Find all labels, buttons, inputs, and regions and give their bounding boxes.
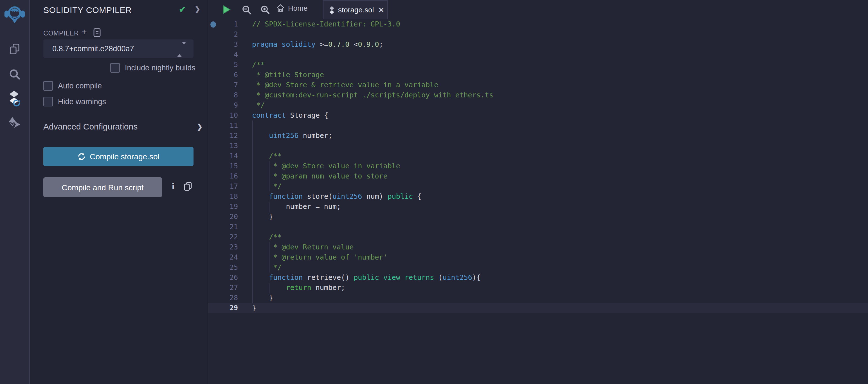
line-number[interactable]: 20	[217, 212, 238, 222]
solidity-compiler-icon[interactable]	[0, 90, 29, 108]
glyph-margin[interactable]	[208, 181, 217, 191]
line-number[interactable]: 2	[217, 29, 238, 39]
editor-area[interactable]: Home storage.sol ✕ 1// SPDX-Lic	[208, 0, 868, 384]
code-line[interactable]: 8 * @custom:dev-run-script ./scripts/dep…	[208, 90, 868, 100]
glyph-margin[interactable]	[208, 252, 217, 262]
glyph-margin[interactable]	[208, 161, 217, 171]
code-line[interactable]: 4	[208, 50, 868, 60]
code-line[interactable]: 6 * @title Storage	[208, 70, 868, 80]
code-line[interactable]: 11	[208, 120, 868, 130]
code-line[interactable]: 23 * @dev Return value	[208, 242, 868, 252]
code-line[interactable]: 27 return number;	[208, 283, 868, 293]
code-line[interactable]: 18 function store(uint256 num) public {	[208, 191, 868, 202]
glyph-margin[interactable]	[208, 29, 217, 39]
glyph-margin[interactable]	[208, 39, 217, 50]
line-number[interactable]: 10	[217, 110, 238, 120]
code-region[interactable]: 1// SPDX-License-Identifier: GPL-3.023pr…	[208, 0, 868, 384]
compiler-file-icon[interactable]	[93, 28, 101, 37]
code-line[interactable]: 13	[208, 141, 868, 151]
glyph-margin[interactable]	[208, 293, 217, 303]
line-number[interactable]: 13	[217, 141, 238, 151]
line-number[interactable]: 16	[217, 171, 238, 181]
line-number[interactable]: 5	[217, 60, 238, 70]
code-line[interactable]: 16 * @param num value to store	[208, 171, 868, 181]
glyph-margin[interactable]	[208, 120, 217, 130]
glyph-margin[interactable]	[208, 60, 217, 70]
line-number[interactable]: 23	[217, 242, 238, 252]
add-compiler-icon[interactable]: +	[82, 27, 87, 37]
code-line[interactable]: 9 */	[208, 100, 868, 110]
line-number[interactable]: 21	[217, 222, 238, 232]
glyph-margin[interactable]	[208, 141, 217, 151]
line-number[interactable]: 1	[217, 19, 238, 29]
code-line[interactable]: 7 * @dev Store & retrieve value in a var…	[208, 80, 868, 90]
code-line[interactable]: 14 /**	[208, 151, 868, 161]
glyph-margin[interactable]	[208, 212, 217, 222]
glyph-margin[interactable]	[208, 171, 217, 181]
glyph-margin[interactable]	[208, 110, 217, 120]
line-number[interactable]: 3	[217, 39, 238, 50]
code-line[interactable]: 25 */	[208, 262, 868, 272]
code-line[interactable]: 26 function retrieve() public view retur…	[208, 272, 868, 283]
glyph-margin[interactable]	[208, 80, 217, 90]
glyph-margin[interactable]	[208, 130, 217, 141]
info-icon[interactable]: i	[172, 181, 175, 191]
line-number[interactable]: 12	[217, 130, 238, 141]
glyph-margin[interactable]	[208, 19, 217, 29]
glyph-margin[interactable]	[208, 202, 217, 212]
glyph-margin[interactable]	[208, 50, 217, 60]
glyph-margin[interactable]	[208, 191, 217, 202]
compiler-version-select[interactable]: 0.8.7+commit.e28d00a7	[43, 39, 193, 58]
line-number[interactable]: 14	[217, 151, 238, 161]
line-number[interactable]: 6	[217, 70, 238, 80]
glyph-margin[interactable]	[208, 262, 217, 272]
file-explorer-icon[interactable]	[0, 43, 29, 55]
code-line[interactable]: 12 uint256 number;	[208, 130, 868, 141]
line-number[interactable]: 26	[217, 272, 238, 283]
line-number[interactable]: 18	[217, 191, 238, 202]
deploy-and-run-icon[interactable]	[0, 117, 29, 129]
code-line[interactable]: 5/**	[208, 60, 868, 70]
glyph-margin[interactable]	[208, 90, 217, 100]
code-line[interactable]: 21	[208, 222, 868, 232]
remix-logo-icon[interactable]	[0, 3, 29, 25]
search-icon[interactable]	[0, 68, 29, 81]
copy-icon[interactable]	[184, 182, 192, 191]
hide-warnings-checkbox[interactable]	[43, 97, 53, 107]
auto-compile-checkbox[interactable]	[43, 81, 53, 91]
line-number[interactable]: 27	[217, 283, 238, 293]
line-number[interactable]: 9	[217, 100, 238, 110]
line-number[interactable]: 4	[217, 50, 238, 60]
code-line[interactable]: 20 }	[208, 212, 868, 222]
code-line[interactable]: 15 * @dev Store value in variable	[208, 161, 868, 171]
code-line[interactable]: 22 /**	[208, 232, 868, 242]
glyph-margin[interactable]	[208, 100, 217, 110]
glyph-margin[interactable]	[208, 303, 217, 313]
line-number[interactable]: 19	[217, 202, 238, 212]
code-line[interactable]: 24 * @return value of 'number'	[208, 252, 868, 262]
compile-and-run-button[interactable]: Compile and Run script	[43, 177, 162, 197]
collapse-panel-chevron-icon[interactable]: ❯	[195, 5, 200, 13]
advanced-configurations-toggle[interactable]: Advanced Configurations ❯	[43, 122, 207, 132]
code-line[interactable]: 19 number = num;	[208, 202, 868, 212]
code-line[interactable]: 29}	[208, 303, 868, 313]
glyph-margin[interactable]	[208, 151, 217, 161]
line-number[interactable]: 25	[217, 262, 238, 272]
include-nightly-checkbox[interactable]	[110, 63, 120, 72]
compile-button[interactable]: Compile storage.sol	[43, 147, 193, 166]
line-number[interactable]: 28	[217, 293, 238, 303]
code-line[interactable]: 28 }	[208, 293, 868, 303]
line-number[interactable]: 7	[217, 80, 238, 90]
code-line[interactable]: 17 */	[208, 181, 868, 191]
line-number[interactable]: 22	[217, 232, 238, 242]
glyph-margin[interactable]	[208, 70, 217, 80]
glyph-margin[interactable]	[208, 242, 217, 252]
code-line[interactable]: 10contract Storage {	[208, 110, 868, 120]
code-line[interactable]: 3pragma solidity >=0.7.0 <0.9.0;	[208, 39, 868, 50]
line-number[interactable]: 11	[217, 120, 238, 130]
line-number[interactable]: 17	[217, 181, 238, 191]
glyph-margin[interactable]	[208, 232, 217, 242]
code-line[interactable]: 2	[208, 29, 868, 39]
code-line[interactable]: 1// SPDX-License-Identifier: GPL-3.0	[208, 19, 868, 29]
line-number[interactable]: 8	[217, 90, 238, 100]
